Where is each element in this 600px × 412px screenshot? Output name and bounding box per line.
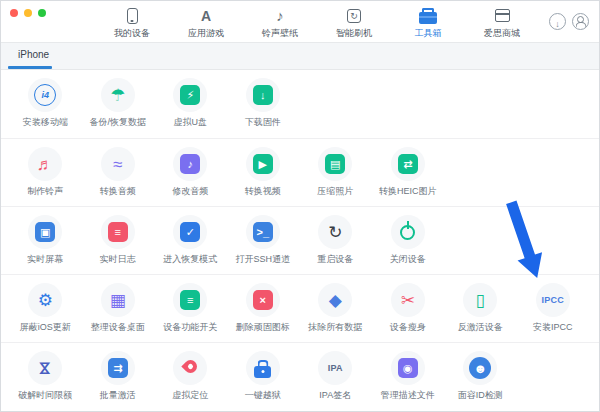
tool-icon-chip: ≡ bbox=[173, 283, 207, 317]
tool-label: 反激活设备 bbox=[458, 321, 503, 334]
tool-label: 整理设备桌面 bbox=[91, 321, 145, 334]
nav-item-toolbox[interactable]: 工具箱 bbox=[399, 3, 457, 40]
tool-icon-chip: ⇉ bbox=[101, 351, 135, 385]
tool-icon-chip: i4 bbox=[28, 78, 62, 112]
tool-phone-deactivate[interactable]: ▯反激活设备 bbox=[444, 283, 517, 342]
tool-label: 转换HEIC图片 bbox=[379, 185, 437, 198]
flash-icon bbox=[347, 9, 361, 23]
nav-item-ringtones-wallpaper[interactable]: 铃声壁纸 bbox=[251, 3, 309, 40]
i4-logo-icon: i4 bbox=[34, 84, 56, 106]
tool-usb-drive[interactable]: ⚡虚拟U盘 bbox=[154, 78, 227, 138]
tool-umbrella[interactable]: ☂备份/恢复数据 bbox=[82, 78, 155, 138]
tool-icon-chip: ⇄ bbox=[391, 147, 425, 181]
tool-label: 虚拟U盘 bbox=[174, 116, 208, 129]
tool-waveform[interactable]: ≈转换音频 bbox=[82, 147, 155, 206]
location-pin-icon bbox=[181, 357, 199, 375]
tool-label: 安装移动端 bbox=[23, 116, 68, 129]
tool-icon-chip: ⋈ bbox=[28, 351, 62, 385]
tool-icon-chip: ✓ bbox=[173, 215, 207, 249]
tool-icon-chip: IPCC bbox=[536, 283, 570, 317]
tool-trash[interactable]: ×删除顽固图标 bbox=[227, 283, 300, 342]
tool-location-pin[interactable]: 虚拟定位 bbox=[154, 351, 227, 410]
tool-ipcc-text[interactable]: IPCC安装IPCC bbox=[517, 283, 590, 342]
tool-row: ♬制作铃声≈转换音频♪修改音频▶转换视频▤压缩照片⇄转换HEIC图片 bbox=[1, 138, 599, 206]
ipcc-text-icon: IPCC bbox=[542, 295, 564, 305]
tool-screens[interactable]: ▣实时屏幕 bbox=[9, 215, 82, 274]
account-button[interactable] bbox=[572, 13, 589, 30]
spinner-icon: ↻ bbox=[328, 224, 342, 241]
nav-item-smart-flash[interactable]: 智能刷机 bbox=[325, 3, 383, 40]
tool-label: 进入恢复模式 bbox=[163, 253, 217, 266]
face-id-icon: ☻ bbox=[469, 357, 491, 379]
tool-icon-chip: ▤ bbox=[318, 147, 352, 181]
active-tab-underline bbox=[8, 66, 52, 69]
tool-icon-chip: >_ bbox=[246, 215, 280, 249]
tool-log-file[interactable]: ≡实时日志 bbox=[82, 215, 155, 274]
shield-check-icon: ✓ bbox=[180, 222, 200, 242]
tool-icon-chip: ↓ bbox=[246, 78, 280, 112]
titlebar-actions bbox=[549, 13, 589, 30]
tool-hourglass[interactable]: ⋈破解时间限额 bbox=[9, 351, 82, 410]
tool-lock[interactable]: 一键越狱 bbox=[227, 351, 300, 410]
tool-camera[interactable]: ◉管理描述文件 bbox=[372, 351, 445, 410]
tool-sweep[interactable]: ✂设备瘦身 bbox=[372, 283, 445, 342]
tool-photo[interactable]: ▤压缩照片 bbox=[299, 147, 372, 206]
tool-icon-chip: ▣ bbox=[28, 215, 62, 249]
waveform-icon: ≈ bbox=[113, 156, 122, 173]
phone-deactivate-icon: ▯ bbox=[476, 292, 485, 309]
tool-app-grid[interactable]: ▦整理设备桌面 bbox=[82, 283, 155, 342]
tool-label: 转换视频 bbox=[245, 185, 281, 198]
umbrella-icon: ☂ bbox=[110, 87, 125, 104]
tool-gear[interactable]: ⚙屏蔽iOS更新 bbox=[9, 283, 82, 342]
tool-i4-logo[interactable]: i4安装移动端 bbox=[9, 78, 82, 138]
tool-brush[interactable]: ◆抹除所有数据 bbox=[299, 283, 372, 342]
tool-toggles[interactable]: ≡设备功能开关 bbox=[154, 283, 227, 342]
phone-icon bbox=[127, 8, 138, 24]
tool-shield-check[interactable]: ✓进入恢复模式 bbox=[154, 215, 227, 274]
tool-heic-convert[interactable]: ⇄转换HEIC图片 bbox=[372, 147, 445, 206]
tool-terminal[interactable]: >_打开SSH通道 bbox=[227, 215, 300, 274]
tool-label: 抹除所有数据 bbox=[308, 321, 362, 334]
tool-batch-doc[interactable]: ⇉批量激活 bbox=[82, 351, 155, 410]
tool-icon-chip bbox=[391, 215, 425, 249]
tool-label: 制作铃声 bbox=[27, 185, 63, 198]
tool-power[interactable]: 关闭设备 bbox=[372, 215, 445, 274]
tool-label: 修改音频 bbox=[172, 185, 208, 198]
traffic-light-zoom[interactable] bbox=[38, 9, 46, 17]
video-camera-icon: ▶ bbox=[253, 154, 273, 174]
tool-video-camera[interactable]: ▶转换视频 bbox=[227, 147, 300, 206]
nav-item-i4-mall[interactable]: 爱思商城 bbox=[473, 3, 531, 40]
usb-drive-icon: ⚡ bbox=[180, 85, 200, 105]
tool-label: 关闭设备 bbox=[390, 253, 426, 266]
tool-face-id[interactable]: ☻面容ID检测 bbox=[444, 351, 517, 410]
tool-label: 转换音频 bbox=[100, 185, 136, 198]
traffic-light-close[interactable] bbox=[10, 9, 18, 17]
tool-icon-chip: ♬ bbox=[28, 147, 62, 181]
nav-item-label: 我的设备 bbox=[114, 27, 150, 40]
traffic-light-minimize[interactable] bbox=[24, 9, 32, 17]
nav-item-label: 爱思商城 bbox=[484, 27, 520, 40]
tool-spinner[interactable]: ↻重启设备 bbox=[299, 215, 372, 274]
tool-label: 设备功能开关 bbox=[163, 321, 217, 334]
log-file-icon: ≡ bbox=[108, 222, 128, 242]
title-bar: 我的设备应用游戏铃声壁纸智能刷机工具箱爱思商城 bbox=[1, 1, 599, 43]
tool-firmware-download[interactable]: ↓下载固件 bbox=[227, 78, 300, 138]
tab-iphone[interactable]: iPhone bbox=[18, 49, 49, 60]
tool-label: 一键越狱 bbox=[245, 389, 281, 402]
tool-icon-chip: ≡ bbox=[101, 215, 135, 249]
nav-item-my-devices[interactable]: 我的设备 bbox=[103, 3, 161, 40]
hourglass-icon: ⋈ bbox=[38, 361, 53, 376]
tool-audio-file[interactable]: ♪修改音频 bbox=[154, 147, 227, 206]
sweep-icon: ✂ bbox=[401, 292, 415, 309]
tool-music-note[interactable]: ♬制作铃声 bbox=[9, 147, 82, 206]
tool-row: ▣实时屏幕≡实时日志✓进入恢复模式>_打开SSH通道↻重启设备关闭设备 bbox=[1, 206, 599, 274]
nav-item-apps-games[interactable]: 应用游戏 bbox=[177, 3, 235, 40]
mall-icon bbox=[495, 9, 510, 22]
power-icon bbox=[400, 225, 415, 240]
nav-item-label: 铃声壁纸 bbox=[262, 27, 298, 40]
tool-icon-chip: ▶ bbox=[246, 147, 280, 181]
download-manager-button[interactable] bbox=[549, 13, 566, 30]
tool-ipa-text[interactable]: IPAIPA签名 bbox=[299, 351, 372, 410]
tool-label: 批量激活 bbox=[100, 389, 136, 402]
heic-convert-icon: ⇄ bbox=[398, 154, 418, 174]
